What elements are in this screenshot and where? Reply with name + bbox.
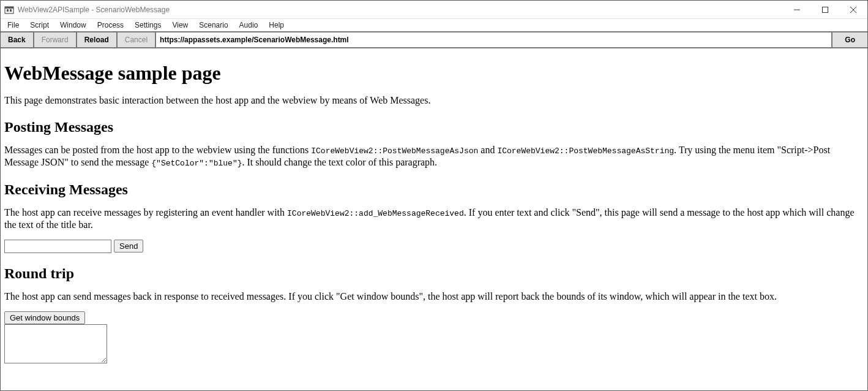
receiving-paragraph: The host app can receive messages by reg…: [4, 207, 864, 231]
posting-text-a: Messages can be posted from the host app…: [4, 145, 311, 155]
menu-view[interactable]: View: [166, 20, 193, 31]
receiving-text-a: The host app can receive messages by reg…: [4, 207, 287, 218]
send-form: Send: [4, 240, 864, 253]
menu-script[interactable]: Script: [24, 20, 54, 31]
posting-paragraph: Messages can be posted from the host app…: [4, 144, 864, 169]
svg-rect-5: [823, 7, 828, 12]
menu-audio[interactable]: Audio: [234, 20, 264, 31]
cancel-button[interactable]: Cancel: [118, 32, 156, 47]
go-button[interactable]: Go: [831, 32, 867, 47]
app-icon: [4, 5, 14, 15]
menu-help[interactable]: Help: [263, 20, 290, 31]
get-window-bounds-button[interactable]: Get window bounds: [4, 311, 85, 324]
roundtrip-form: Get window bounds: [4, 311, 864, 363]
posting-heading: Posting Messages: [4, 119, 864, 135]
receiving-heading: Receiving Messages: [4, 181, 864, 198]
webview-content: WebMessage sample page This page demonst…: [1, 48, 867, 390]
menu-settings[interactable]: Settings: [129, 20, 166, 31]
menu-scenario[interactable]: Scenario: [193, 20, 233, 31]
back-button[interactable]: Back: [1, 32, 34, 47]
close-button[interactable]: [839, 1, 867, 19]
posting-code-3: {"SetColor":"blue"}: [151, 159, 242, 168]
page-title: WebMessage sample page: [4, 62, 864, 85]
send-button[interactable]: Send: [114, 240, 143, 252]
maximize-button[interactable]: [811, 1, 839, 19]
forward-button[interactable]: Forward: [34, 32, 77, 47]
svg-rect-2: [7, 9, 9, 12]
posting-text-d: . It should change the text color of thi…: [242, 157, 438, 167]
address-bar[interactable]: [156, 32, 831, 47]
svg-rect-1: [5, 7, 13, 9]
intro-paragraph: This page demonstrates basic interaction…: [4, 94, 864, 107]
posting-text-b: and: [478, 145, 497, 155]
roundtrip-paragraph: The host app can send messages back in r…: [4, 290, 864, 303]
reload-button[interactable]: Reload: [77, 32, 118, 47]
bounds-output[interactable]: [4, 324, 107, 363]
receiving-code-1: ICoreWebView2::add_WebMessageReceived: [287, 209, 464, 218]
menu-process[interactable]: Process: [92, 20, 129, 31]
menu-window[interactable]: Window: [54, 20, 92, 31]
message-input[interactable]: [4, 240, 111, 253]
titlebar[interactable]: WebView2APISample - ScenarioWebMessage: [1, 1, 867, 19]
menubar: File Script Window Process Settings View…: [1, 19, 867, 31]
minimize-button[interactable]: [783, 1, 811, 19]
menu-file[interactable]: File: [2, 20, 24, 31]
nav-toolbar: Back Forward Reload Cancel Go: [1, 31, 867, 48]
svg-rect-3: [10, 9, 12, 12]
posting-code-1: ICoreWebView2::PostWebMessageAsJson: [311, 146, 478, 156]
roundtrip-heading: Round trip: [4, 265, 864, 282]
posting-code-2: ICoreWebView2::PostWebMessageAsString: [497, 146, 674, 156]
window-title: WebView2APISample - ScenarioWebMessage: [18, 6, 170, 14]
